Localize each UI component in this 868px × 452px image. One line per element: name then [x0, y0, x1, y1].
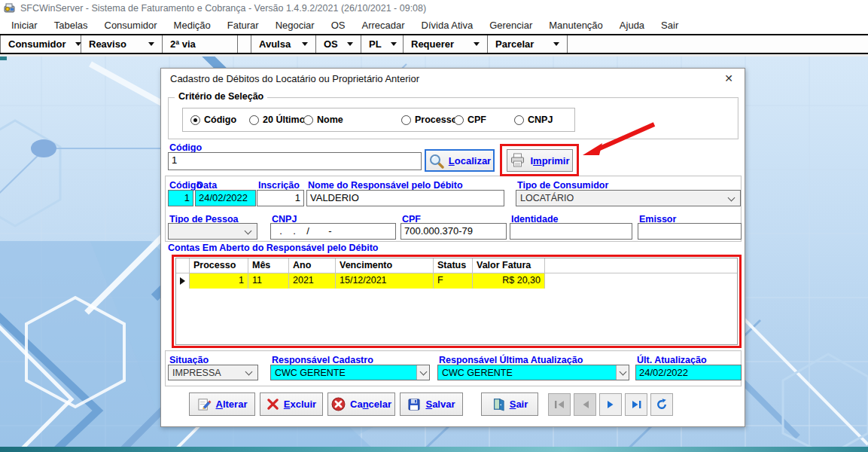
criteria-legend: Critério de Seleção	[175, 91, 267, 102]
cancelar-label: Cancelar	[350, 399, 391, 410]
toolbar-button-2a-via[interactable]: 2ª via	[163, 35, 238, 53]
codigo-field[interactable]: 1	[168, 190, 193, 206]
row-selector-arrow-icon	[180, 277, 185, 285]
tipo-consumidor-value: LOCATÁRIO	[516, 191, 729, 205]
cnpj-field[interactable]: . . / -	[270, 223, 396, 240]
radio-processo[interactable]: Processo	[401, 115, 457, 125]
toolbar-button-os[interactable]: OS	[316, 35, 361, 53]
emissor-field[interactable]	[638, 223, 742, 240]
close-icon[interactable]: ✕	[719, 70, 739, 86]
radio-codigo[interactable]: Código	[190, 115, 236, 125]
resp-cadastro-dropdown[interactable]: CWC GERENTE	[270, 365, 430, 380]
nav-first-button[interactable]	[548, 393, 571, 416]
resp-ultima-label: Responsável Última Atualização	[439, 355, 583, 365]
menu-item-negociar[interactable]: Negociar	[267, 17, 323, 34]
menubar: Iniciar Tabelas Consumidor Medição Fatur…	[0, 17, 868, 34]
radio-20-ultimos[interactable]: 20 Últimos	[249, 115, 310, 125]
toolbar-button-consumidor[interactable]: Consumidor	[0, 35, 81, 53]
toolbar-button-avulsa[interactable]: Avulsa	[251, 35, 316, 53]
resp-ultima-value: CWC GERENTE	[438, 366, 616, 380]
nav-previous-button[interactable]	[574, 393, 596, 416]
toolbar-button-label: Consumidor	[8, 38, 66, 50]
excluir-button[interactable]: Excluir	[260, 392, 323, 416]
menu-item-divida-ativa[interactable]: Dívida Ativa	[413, 17, 482, 34]
inscricao-label: Inscrição	[258, 180, 300, 191]
grid-col-status: Status	[434, 258, 473, 273]
refresh-icon	[656, 399, 668, 411]
printer-icon	[510, 153, 525, 168]
menu-item-arrecadar[interactable]: Arrecadar	[353, 17, 413, 34]
grid-col-processo: Processo	[190, 258, 248, 273]
menu-item-iniciar[interactable]: Iniciar	[3, 17, 46, 34]
toolbar-button-reaviso[interactable]: Reaviso	[81, 35, 163, 53]
radio-cnpj[interactable]: CNPJ	[514, 115, 553, 125]
situacao-dropdown[interactable]: IMPRESSA	[168, 365, 258, 380]
ult-atualizacao-field[interactable]: 24/02/2022	[635, 365, 742, 380]
edit-pencil-icon	[197, 397, 212, 411]
menu-item-gerenciar[interactable]: Gerenciar	[481, 17, 541, 34]
grid-data-row[interactable]: 1 11 2021 15/12/2021 F R$ 20,30	[176, 273, 737, 289]
radio-label: CPF	[468, 115, 486, 125]
cpf-field[interactable]: 700.000.370-79	[400, 223, 507, 240]
menu-item-medicao[interactable]: Medição	[166, 17, 219, 34]
menu-item-manutencao[interactable]: Manutenção	[541, 17, 611, 34]
radio-cpf[interactable]: CPF	[454, 115, 486, 125]
chevron-down-icon	[728, 194, 736, 201]
grid-selector-header	[176, 258, 190, 273]
inscricao-field[interactable]: 1	[257, 190, 304, 206]
toolbar-button-label: Requerer	[411, 38, 454, 50]
cell-status: F	[434, 273, 473, 289]
radio-nome[interactable]: Nome	[303, 115, 343, 125]
resp-ultima-dropdown[interactable]: CWC GERENTE	[437, 365, 629, 380]
tipo-consumidor-dropdown[interactable]: LOCATÁRIO	[516, 190, 741, 206]
cancelar-button[interactable]: Cancelar	[327, 392, 395, 416]
toolbar-button-label: OS	[324, 38, 338, 50]
data-label: Data	[196, 180, 217, 191]
cancel-circle-icon	[331, 397, 346, 411]
identidade-field[interactable]	[510, 223, 632, 240]
cell-valor-fatura: R$ 20,30	[473, 273, 545, 289]
nav-next-button[interactable]	[599, 393, 622, 416]
grid-col-valor-fatura: Valor Fatura	[473, 258, 545, 273]
magnifier-icon	[428, 153, 444, 169]
toolbar-button-requerer[interactable]: Requerer	[404, 35, 488, 53]
toolbar-button-pl[interactable]: PL	[361, 35, 404, 53]
grid-col-vencimento: Vencimento	[336, 258, 434, 273]
radio-circle-icon	[249, 115, 259, 125]
menu-item-os[interactable]: OS	[323, 17, 354, 34]
menu-item-ajuda[interactable]: Ajuda	[611, 17, 653, 34]
grid-col-ano: Ano	[289, 258, 336, 273]
localizar-button[interactable]: Localizar	[425, 149, 495, 172]
chevron-down-icon	[619, 368, 626, 376]
tipo-pessoa-dropdown[interactable]	[168, 223, 257, 240]
menu-item-sair[interactable]: Sair	[653, 17, 687, 34]
toolbar-button-parcelar[interactable]: Parcelar	[488, 35, 568, 53]
nav-last-button[interactable]	[625, 393, 647, 416]
dropdown-arrow-icon	[391, 42, 397, 46]
radio-label: Nome	[317, 115, 343, 125]
data-field[interactable]: 24/02/2022	[195, 190, 256, 206]
dropdown-arrow-icon	[474, 42, 480, 46]
app-icon	[4, 2, 16, 14]
imprimir-label: Imprimir	[530, 155, 569, 166]
bottom-teal-bar	[0, 447, 868, 452]
salvar-button[interactable]: Salvar	[400, 392, 463, 416]
imprimir-button[interactable]: Imprimir	[507, 149, 573, 172]
menu-item-consumidor[interactable]: Consumidor	[96, 17, 166, 34]
menu-item-faturar[interactable]: Faturar	[219, 17, 267, 34]
search-codigo-input[interactable]: 1	[168, 152, 422, 170]
nav-first-icon	[554, 400, 565, 409]
menu-item-tabelas[interactable]: Tabelas	[46, 17, 96, 34]
window-title: SFCWinServer - Sistema de Faturamento e …	[20, 3, 426, 14]
grid-header-row: Processo Mês Ano Vencimento Status Valor…	[176, 258, 737, 273]
alterar-button[interactable]: Alterar	[189, 392, 255, 416]
nav-refresh-button[interactable]	[650, 393, 673, 416]
radio-label: CNPJ	[528, 115, 553, 125]
ult-atualizacao-label: Últ. Atualização	[637, 355, 707, 365]
criteria-groupbox: Critério de Seleção Código 20 Últimos No…	[168, 97, 739, 139]
contas-grid: Processo Mês Ano Vencimento Status Valor…	[175, 258, 738, 345]
row-selector	[176, 273, 190, 289]
sair-button[interactable]: Sair	[481, 392, 538, 416]
dropdown-arrow-icon	[347, 42, 353, 46]
nome-field[interactable]: VALDERIO	[306, 190, 504, 206]
